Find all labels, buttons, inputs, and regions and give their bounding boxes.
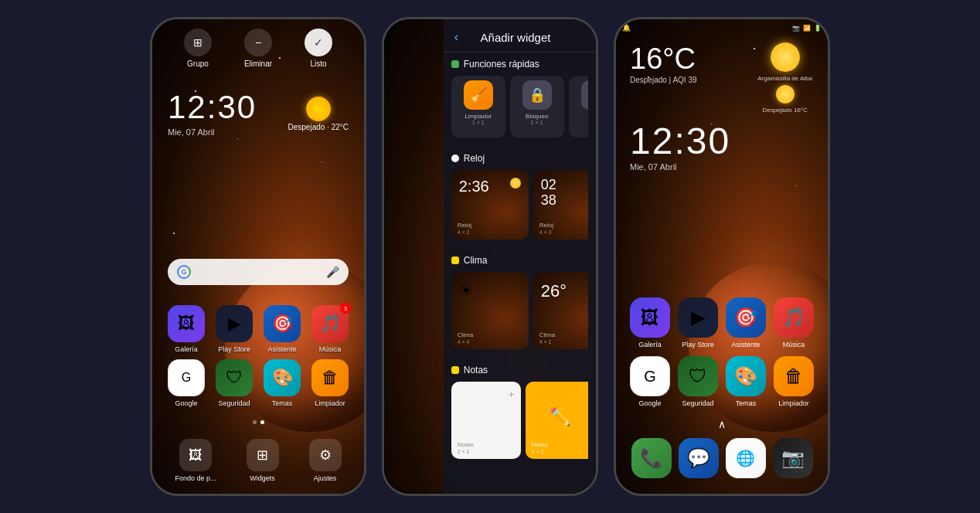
music-icon-3: 🎵 — [774, 297, 814, 338]
sun-icon-1 — [306, 97, 331, 121]
dock-messages[interactable]: 💬 — [679, 438, 719, 478]
phone-frame-1: ⊞ Grupo − Eliminar ✓ Listo 12:30 Mie, 07… — [150, 17, 366, 496]
widget-clima-2[interactable]: 26° Clima 4 × 1 — [533, 272, 588, 349]
cleaner-icon-3: 🗑 — [774, 356, 814, 396]
app-assistant-3[interactable]: 🎯 Asistente — [723, 297, 768, 348]
app-cleaner-1[interactable]: 🗑 Limpiador — [308, 359, 352, 407]
music-label-1: Música — [319, 345, 342, 353]
security-icon-3: 🛡 — [678, 356, 718, 396]
widget-clima-2-size: 4 × 1 — [539, 339, 552, 345]
dock-row: 📞 💬 🌐 📷 — [628, 438, 816, 478]
clock-widget-1: 12:30 Mie, 07 Abril — [168, 89, 257, 137]
clock-time-3: 12:30 — [630, 120, 730, 162]
widget-clima-1[interactable]: ☀ Clima 4 × 4 — [451, 272, 529, 349]
app-security-1[interactable]: 🛡 Seguridad — [212, 359, 257, 407]
widget-panel[interactable]: ‹ Añadir widget Funciones rápidas 🧹 Limp… — [444, 19, 596, 494]
widget-reloj-1-label: Reloj — [458, 222, 471, 229]
widget-notas-2-label: Notas — [532, 441, 548, 448]
app-grid-3: 🖼 Galería ▶ Play Store 🎯 Asistente 🎵 Mús… — [628, 297, 816, 407]
section-label-funciones: Funciones rápidas — [464, 59, 539, 70]
section-header-funciones: Funciones rápidas — [451, 59, 588, 70]
section-notas: Notas + Notas 2 × 2 ✏️ — [444, 358, 596, 468]
clock-time-1: 12:30 — [168, 89, 257, 126]
dock-chrome[interactable]: 🌐 — [726, 438, 766, 478]
wallpaper-icon: 🖼 — [179, 439, 212, 471]
back-button[interactable]: ‹ — [454, 30, 458, 44]
assistant-label-3: Asistente — [731, 341, 760, 348]
top-actions: ⊞ Grupo − Eliminar ✓ Listo — [152, 29, 364, 68]
app-gallery-3[interactable]: 🖼 Galería — [628, 297, 672, 348]
widget-reloj-1[interactable]: 2:36 Reloj 4 × 2 — [451, 170, 529, 240]
widget-reloj-2-label: Reloj — [539, 222, 553, 229]
widget-bloqueo-label: Bloqueo — [526, 113, 548, 120]
section-dot-clima — [451, 256, 459, 264]
widget-notas-2[interactable]: ✏️ Notas 2 × 2 — [526, 382, 588, 459]
screen-2: ‹ Añadir widget Funciones rápidas 🧹 Limp… — [384, 19, 596, 494]
sun-label-bottom: Despejado 16°C — [762, 107, 807, 114]
section-label-notas: Notas — [464, 365, 488, 375]
app-music-1[interactable]: 🎵 3 Música — [308, 305, 352, 353]
section-label-clima: Clima — [464, 255, 488, 266]
themes-label-1: Temas — [272, 399, 293, 407]
screen-3: 🔔 📷 📶 🔋 16°C Despejado | AQI 39 Argamasi… — [616, 19, 828, 494]
cleaner-label-3: Limpiador — [778, 399, 809, 407]
app-gallery-1[interactable]: 🖼 Galería — [164, 305, 209, 353]
dock-camera[interactable]: 📷 — [773, 438, 813, 478]
clock-widget-3: 12:30 Mie, 07 Abril — [630, 120, 730, 172]
dot-2 — [260, 420, 264, 424]
playstore-icon-1: ▶ — [216, 305, 253, 342]
settings-label: Ajustes — [314, 474, 337, 482]
dot-1 — [253, 420, 257, 424]
widgets-button[interactable]: ⊞ Widgets — [247, 439, 279, 482]
widget-notas-1[interactable]: + Notas 2 × 2 — [451, 382, 521, 459]
clock-sun-1 — [510, 178, 521, 189]
app-cleaner-3[interactable]: 🗑 Limpiador — [771, 356, 816, 407]
widgets-label: Widgets — [250, 474, 275, 482]
app-assistant-1[interactable]: 🎯 Asistente — [260, 305, 305, 353]
app-themes-3[interactable]: 🎨 Temas — [723, 356, 768, 407]
app-themes-1[interactable]: 🎨 Temas — [260, 359, 305, 407]
settings-icon: ⚙ — [309, 439, 342, 471]
app-security-3[interactable]: 🛡 Seguridad — [675, 356, 720, 407]
app-google-1[interactable]: G Google — [164, 359, 209, 407]
settings-button[interactable]: ⚙ Ajustes — [309, 439, 342, 482]
clock-date-1: Mie, 07 Abril — [168, 127, 257, 137]
widgets-icon: ⊞ — [247, 439, 279, 471]
music-label-3: Música — [783, 341, 805, 348]
app-playstore-3[interactable]: ▶ Play Store — [675, 297, 720, 348]
google-icon-1: G — [168, 359, 205, 396]
search-bar-1[interactable]: G 🎤 — [168, 259, 349, 285]
swipe-handle: ∧ — [628, 418, 816, 430]
wallpaper-button[interactable]: 🖼 Fondo de p... — [175, 439, 216, 482]
weather-temp-1: Despejado · 22°C — [288, 123, 349, 131]
widget-bloqueo[interactable]: 🔒 Bloqueo 1 × 1 — [510, 76, 564, 138]
clock-display-1: 2:36 — [459, 178, 489, 195]
dock-phone[interactable]: 📞 — [631, 438, 672, 478]
widget-wifi[interactable]: 📶 Wi-Fi 1 × 1 — [569, 76, 588, 138]
section-header-notas: Notas — [451, 365, 588, 375]
widget-reloj-2[interactable]: 0238 Reloj 4 × 3 — [533, 170, 588, 240]
sun-label-top: Argamasilla de Alba — [757, 75, 812, 82]
app-music-3[interactable]: 🎵 Música — [771, 297, 816, 348]
sun-big-3 — [771, 42, 800, 72]
widget-reloj-2-size: 4 × 3 — [539, 229, 552, 235]
widget-notas-1-label: Notas — [458, 441, 474, 448]
notas-edit-icon: ✏️ — [550, 407, 570, 427]
widget-clima-2-label: Clima — [539, 331, 555, 338]
notification-icon: 🔔 — [622, 24, 631, 32]
playstore-icon-3: ▶ — [678, 297, 718, 338]
google-icon-3: G — [630, 356, 670, 396]
google-label-3: Google — [638, 399, 661, 407]
delete-button[interactable]: − Eliminar — [244, 29, 272, 68]
assistant-icon-3: 🎯 — [726, 297, 766, 338]
section-dot-notas — [451, 366, 459, 374]
group-button[interactable]: ⊞ Grupo — [184, 29, 212, 68]
gallery-icon-3: 🖼 — [630, 297, 670, 338]
app-google-3[interactable]: G Google — [628, 356, 672, 407]
wifi-status-icon: 📶 — [803, 25, 811, 32]
sun-widget-3: Argamasilla de Alba Despejado 16°C — [757, 42, 812, 114]
widget-limpiador[interactable]: 🧹 Limpiador 1 × 1 — [451, 76, 505, 138]
done-button[interactable]: ✓ Listo — [305, 29, 332, 68]
app-playstore-1[interactable]: ▶ Play Store — [212, 305, 257, 353]
widget-panel-title: Añadir widget — [466, 31, 565, 44]
